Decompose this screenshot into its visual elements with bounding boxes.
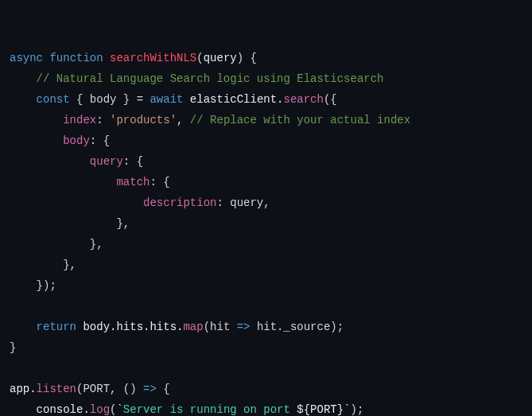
line: index: 'products', // Replace with your … (10, 114, 410, 126)
line: description: query, (10, 196, 270, 209)
method-map: map (183, 321, 203, 333)
paren-close-brace: ) { (237, 52, 257, 64)
param-query: query (204, 52, 237, 64)
key-index: index (63, 114, 96, 126)
key-body: body (63, 134, 90, 147)
line: query: { (10, 155, 143, 168)
object-path: elasticClient. (183, 93, 283, 106)
line: match: { (10, 176, 170, 189)
line: // Natural Language Search logic using E… (10, 72, 383, 85)
line: }, (10, 238, 103, 251)
key-match: match (116, 176, 150, 189)
code-block: async function searchWithNLS(query) { //… (10, 48, 522, 416)
keyword-function: function (49, 52, 103, 64)
line: }, (10, 217, 130, 230)
line: } (10, 341, 16, 354)
function-name: searchWithNLS (110, 52, 196, 64)
keyword-const: const (37, 93, 70, 106)
string-products: 'products' (110, 114, 177, 126)
line: console.log(`Server is running on port $… (10, 403, 363, 416)
arrow: => (143, 383, 157, 395)
arrow: => (237, 321, 250, 333)
keyword-return: return (37, 321, 76, 333)
destructure: { body } = (70, 93, 150, 106)
line: const { body } = await elasticClient.sea… (10, 93, 337, 106)
method-listen: listen (37, 383, 76, 395)
key-query: query (90, 155, 123, 168)
line: }); (10, 279, 56, 292)
method-search: search (284, 93, 324, 106)
method-log: log (90, 403, 110, 416)
line: }, (10, 259, 76, 271)
template-string: Server is running on port (123, 403, 297, 416)
interp-port: PORT (310, 403, 337, 416)
comment: // Natural Language Search logic using E… (37, 72, 384, 85)
keyword-async: async (10, 52, 43, 64)
line: app.listen(PORT, () => { (10, 383, 170, 395)
call-open: ({ (324, 93, 337, 106)
line: async function searchWithNLS(query) { (10, 52, 257, 64)
keyword-await: await (150, 93, 183, 106)
line: return body.hits.hits.map(hit => hit._so… (10, 321, 344, 333)
line: body: { (10, 134, 110, 147)
comment: // Replace with your actual index (183, 114, 410, 126)
paren-open: ( (196, 52, 203, 64)
key-description: description (143, 196, 216, 209)
